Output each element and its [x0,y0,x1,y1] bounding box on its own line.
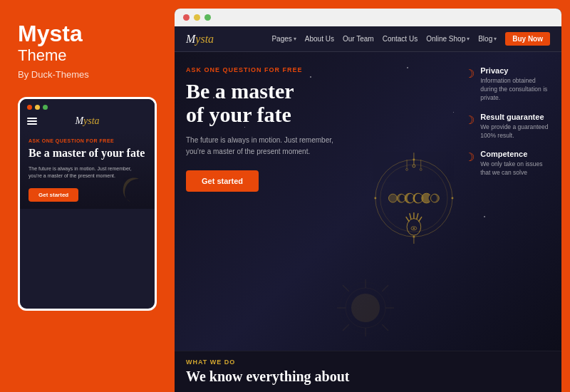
nav-pages[interactable]: Pages ▾ [271,35,296,43]
nav-blog[interactable]: Blog ▾ [478,35,497,43]
nav-about[interactable]: About Us [305,35,334,43]
moon-icon: ☽ [465,113,475,127]
bottom-strip: WHAT WE DO We know everything about [175,351,561,392]
hero-text: ASK ONE QUESTION FOR FREE Be a master of… [186,66,368,336]
svg-point-46 [413,235,415,237]
hero-description: The future is always in motion. Just rem… [186,135,343,158]
svg-point-16 [412,164,415,167]
mobile-logo-bar: Mysta [20,113,155,131]
svg-point-45 [413,158,415,160]
hero-cta-button[interactable]: Get started [186,170,259,192]
right-panel: Mysta Pages ▾ About Us Our Team Contact … [175,9,561,392]
moon-icon: ☽ [465,150,475,164]
svg-line-40 [416,213,418,219]
mobile-dot-red [27,105,32,110]
hero-section: ASK ONE QUESTION FOR FREE Be a master of… [175,52,561,351]
hero-title: Be a master of your fate [186,79,368,126]
moon-icon: ☽ [465,67,475,81]
brand-name: Mysta [18,21,157,46]
hero-ask-tag: ASK ONE QUESTION FOR FREE [186,66,368,73]
nav-links: Pages ▾ About Us Our Team Contact Us Onl… [271,32,550,46]
chevron-down-icon: ▾ [294,36,296,42]
mobile-browser-bar [20,99,155,113]
mobile-hamburger-icon[interactable] [27,118,37,125]
feature-privacy-title: Privacy [480,66,550,75]
mobile-hero: ASK ONE QUESTION FOR FREE Be a master of… [20,131,155,209]
feature-guarantee: ☽ Result guarantee We provide a guarante… [465,113,550,140]
nav-team[interactable]: Our Team [343,35,374,43]
feature-guarantee-title: Result guarantee [480,113,550,121]
chevron-down-icon: ▾ [467,36,470,42]
chevron-down-icon: ▾ [494,36,497,42]
svg-point-35 [428,194,437,202]
mobile-dots [27,105,48,110]
mobile-ask-tag: ASK ONE QUESTION FOR FREE [28,138,146,143]
mobile-logo: Mysta [75,115,99,127]
feature-guarantee-desc: We provide a guaranteed 100% result. [480,123,550,140]
svg-point-48 [451,197,453,199]
mobile-dot-green [43,105,48,110]
what-we-do-title: We know everything about [186,368,550,385]
feature-competence-title: Competence [480,150,550,158]
site-logo: Mysta [186,33,214,46]
feature-privacy: ☽ Privacy Information obtained during th… [465,66,550,103]
buy-now-button[interactable]: Buy Now [505,32,550,46]
nav-shop[interactable]: Online Shop ▾ [426,35,470,43]
feature-privacy-desc: Information obtained during the consulta… [480,77,550,103]
svg-line-39 [409,213,410,219]
what-we-do-tag: WHAT WE DO [186,359,550,366]
left-panel: Mysta Theme By Duck-Themes Mysta [0,0,175,392]
mobile-mockup: Mysta ASK ONE QUESTION FOR FREE Be a mas… [18,97,157,311]
svg-point-18 [405,168,408,170]
mobile-dot-yellow [35,105,40,110]
mobile-cta-button[interactable]: Get started [28,188,78,202]
feature-competence-desc: We only take on issues that we can solve [480,160,550,177]
mobile-crescent-decoration [119,173,147,202]
svg-point-47 [374,197,376,199]
svg-point-20 [420,168,422,170]
browser-dot-yellow [194,14,200,21]
nav-contact[interactable]: Contact Us [383,35,418,43]
mobile-hero-title: Be a master of your fate [28,146,146,160]
browser-bar [175,9,561,26]
site-nav: Mysta Pages ▾ About Us Our Team Contact … [175,26,561,52]
browser-dot-red [183,14,190,21]
svg-line-42 [418,217,421,221]
svg-point-44 [413,227,414,229]
browser-content: Mysta Pages ▾ About Us Our Team Contact … [175,26,561,392]
svg-line-41 [406,217,409,221]
brand-by: By Duck-Themes [18,69,157,80]
hero-features: ☽ Privacy Information obtained during th… [459,66,550,336]
brand-theme: Theme [18,46,157,65]
browser-dot-green [204,14,211,21]
hero-illustration [368,66,460,336]
feature-competence: ☽ Competence We only take on issues that… [465,150,550,177]
